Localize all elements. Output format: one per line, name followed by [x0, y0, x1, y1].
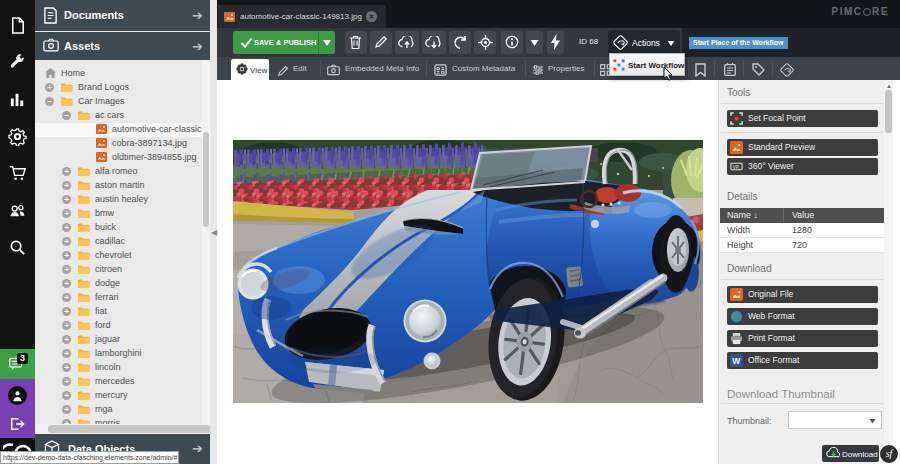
svg-text:W: W	[732, 356, 740, 366]
svg-text:VR: VR	[733, 165, 740, 170]
